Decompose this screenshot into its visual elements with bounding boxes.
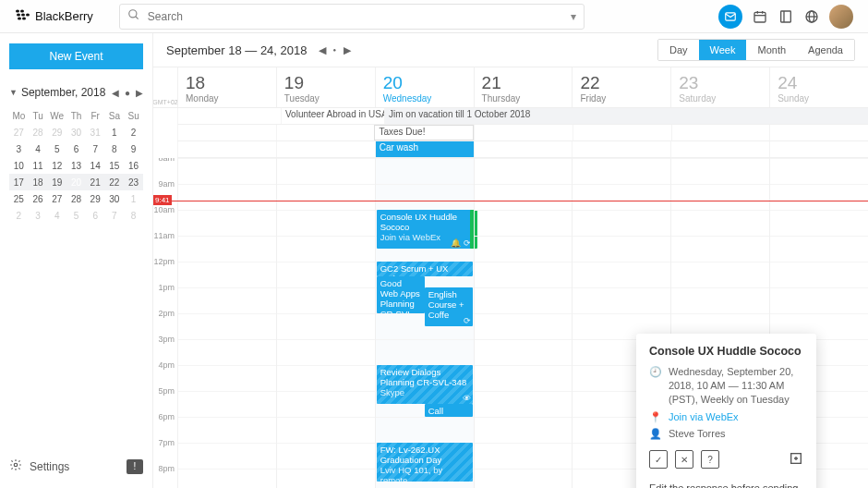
event[interactable]: Good Web Apps Planning CR-SVL-348Skype <box>377 276 425 313</box>
rsvp-accept-icon[interactable]: ✓ <box>649 450 668 469</box>
day-column[interactable] <box>474 158 573 488</box>
day-header[interactable]: 22Friday <box>572 67 670 107</box>
mini-day[interactable]: 19 <box>47 174 66 190</box>
mini-calendar-month[interactable]: September, 2018 <box>21 86 112 99</box>
rsvp-decline-icon[interactable]: ✕ <box>675 450 693 469</box>
allday-event[interactable]: Volunteer Abroad in USA <box>281 108 384 124</box>
mini-day[interactable]: 29 <box>47 124 66 140</box>
day-column[interactable]: Console UX Huddle SococoJoin via WebEx🔔 … <box>375 158 474 488</box>
mini-day[interactable]: 3 <box>9 140 29 157</box>
mini-day[interactable]: 11 <box>29 157 48 174</box>
day-header[interactable]: 21Thursday <box>474 67 573 107</box>
day-header[interactable]: 23Saturday <box>670 67 769 107</box>
notification-badge-icon[interactable]: ! <box>127 459 143 474</box>
event[interactable]: GC2 Scrum + UX Webex <box>377 262 473 276</box>
rsvp-tentative-icon[interactable]: ? <box>701 450 719 469</box>
tab-day[interactable]: Day <box>658 40 699 60</box>
gear-icon[interactable] <box>9 458 22 474</box>
mini-day[interactable]: 23 <box>124 174 143 190</box>
mini-day[interactable]: 16 <box>124 157 143 174</box>
next-week-icon[interactable]: ▶ <box>344 44 351 56</box>
mini-day[interactable]: 7 <box>105 207 125 224</box>
allday-event[interactable]: Car wash <box>375 141 474 157</box>
mini-day[interactable]: 8 <box>105 140 125 157</box>
mini-day[interactable]: 26 <box>29 190 48 207</box>
popover-option[interactable]: Edit the response before sending <box>649 476 803 488</box>
event[interactable]: Review Dialogs Planning CR-SVL-348Skype👁 <box>377 365 473 404</box>
mini-day[interactable]: 28 <box>29 124 48 140</box>
today-dot-icon[interactable]: ● <box>333 47 337 53</box>
hour-label: 12pm <box>153 257 177 283</box>
mail-icon[interactable] <box>718 5 742 29</box>
mini-day[interactable]: 25 <box>9 190 29 207</box>
day-header[interactable]: 18Monday <box>177 67 276 107</box>
day-header[interactable]: 20Wednesday <box>375 67 474 107</box>
search-dropdown-icon[interactable]: ▾ <box>571 10 576 23</box>
tab-week[interactable]: Week <box>699 40 747 60</box>
day-header[interactable]: 19Tuesday <box>276 67 375 107</box>
mini-calendar[interactable]: MoTuWeThFrSaSu 2728293031123456789101112… <box>9 108 143 224</box>
mini-day[interactable]: 9 <box>124 140 143 157</box>
tab-agenda[interactable]: Agenda <box>797 40 854 60</box>
mini-day[interactable]: 7 <box>86 140 105 157</box>
settings-label[interactable]: Settings <box>30 460 69 473</box>
mini-day[interactable]: 21 <box>86 174 105 190</box>
event[interactable]: Call Jean... <box>425 404 473 417</box>
mini-day[interactable]: 29 <box>86 190 105 207</box>
mini-day[interactable]: 27 <box>47 190 66 207</box>
search-bar[interactable]: ▾ <box>119 4 585 30</box>
mini-day[interactable]: 2 <box>124 124 143 140</box>
svg-rect-14 <box>781 11 791 22</box>
mini-day[interactable]: 5 <box>47 140 66 157</box>
mini-day[interactable]: 6 <box>66 140 86 157</box>
mini-day[interactable]: 22 <box>105 174 125 190</box>
event[interactable]: English Course + Coffe⟳ <box>425 287 473 326</box>
collapse-icon[interactable]: ▼ <box>9 88 18 97</box>
avatar[interactable] <box>829 5 853 29</box>
event[interactable]: FW: Lv-262.UX Graduation DayLviv HQ 101,… <box>377 443 473 482</box>
mini-next-icon[interactable]: ▶ <box>136 88 143 98</box>
calendar-icon[interactable] <box>752 8 768 25</box>
mini-day[interactable]: 15 <box>105 157 125 174</box>
mini-day[interactable]: 8 <box>124 207 143 224</box>
popover-link[interactable]: Join via WebEx <box>669 410 739 424</box>
mini-day[interactable]: 4 <box>47 207 66 224</box>
mini-day[interactable]: 30 <box>105 190 125 207</box>
contacts-icon[interactable] <box>778 8 794 25</box>
search-input[interactable] <box>148 10 571 23</box>
allday-event[interactable]: Taxes Due! <box>374 125 474 140</box>
mini-day[interactable]: 5 <box>66 207 86 224</box>
prev-week-icon[interactable]: ◀ <box>319 44 326 56</box>
mini-day[interactable]: 20 <box>66 174 86 190</box>
mini-day[interactable]: 10 <box>9 157 29 174</box>
new-event-button[interactable]: New Event <box>9 43 143 69</box>
mini-day[interactable]: 4 <box>29 140 48 157</box>
mini-day[interactable]: 18 <box>29 174 48 190</box>
open-event-icon[interactable] <box>789 451 803 468</box>
mini-day[interactable]: 28 <box>66 190 86 207</box>
event[interactable]: Console UX Huddle SococoJoin via WebEx🔔 … <box>377 210 473 249</box>
mini-day[interactable]: 1 <box>105 124 125 140</box>
app-header: BlackBerry ▾ <box>0 0 868 33</box>
mini-day[interactable]: 31 <box>86 124 105 140</box>
day-column[interactable] <box>177 158 276 488</box>
day-column[interactable] <box>276 158 375 488</box>
day-headers: GMT+02 18Monday19Tuesday20Wednesday21Thu… <box>153 67 868 108</box>
mini-day[interactable]: 27 <box>9 124 29 140</box>
mini-day[interactable]: 1 <box>124 190 143 207</box>
mini-day[interactable]: 3 <box>29 207 48 224</box>
day-header[interactable]: 24Sunday <box>769 67 868 107</box>
date-range: September 18 — 24, 2018 <box>166 43 307 57</box>
mini-day[interactable]: 30 <box>66 124 86 140</box>
mini-day[interactable]: 6 <box>86 207 105 224</box>
globe-icon[interactable] <box>803 8 820 25</box>
mini-prev-icon[interactable]: ◀ <box>112 88 119 98</box>
mini-day[interactable]: 12 <box>47 157 66 174</box>
mini-day[interactable]: 17 <box>9 174 29 190</box>
mini-day[interactable]: 2 <box>9 207 29 224</box>
mini-day[interactable]: 14 <box>86 157 105 174</box>
mini-day[interactable]: 13 <box>66 157 86 174</box>
allday-event-span[interactable]: Jim on vacation till 1 October 2018 <box>384 108 868 124</box>
tab-month[interactable]: Month <box>746 40 797 60</box>
mini-today-icon[interactable]: ● <box>125 88 130 98</box>
